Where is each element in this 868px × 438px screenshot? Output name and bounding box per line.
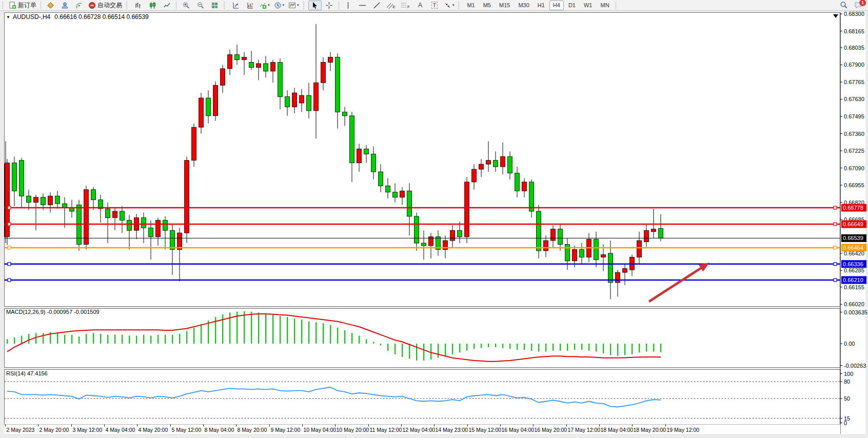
timeframe-button-mn[interactable]: MN xyxy=(597,1,613,10)
text-tool-letter: A xyxy=(418,2,422,9)
search-button[interactable] xyxy=(837,1,851,10)
timeframe-button-h4[interactable]: H4 xyxy=(549,1,564,10)
symbol-period-label: AUDUSD-,H4 xyxy=(13,13,50,21)
timeframe-button-m1[interactable]: M1 xyxy=(463,1,478,10)
clock-icon xyxy=(274,2,282,9)
macd-indicator-label: MACD(12,26,9) -0.000957 -0.001509 xyxy=(6,309,100,315)
rsi-tick-label: 100 xyxy=(844,371,853,377)
dropdown-arrow: ▾ xyxy=(297,3,299,7)
rsi-tick-label: 50 xyxy=(844,395,850,402)
time-tick-label: 9 May 12:00 xyxy=(271,427,301,433)
timeframe-button-m5[interactable]: M5 xyxy=(480,1,495,10)
toolbar-separator xyxy=(176,2,176,9)
new-order-label: 新订单 xyxy=(18,1,36,10)
bar-chart-button[interactable] xyxy=(131,1,145,10)
toolbar-grip[interactable] xyxy=(2,2,5,9)
indicator-list-icon xyxy=(246,2,254,9)
template-button[interactable]: ▾ xyxy=(287,1,301,10)
indicator-list-button[interactable] xyxy=(243,1,257,10)
hline-anchor xyxy=(834,278,837,282)
time-tick-label: 18 May 20:00 xyxy=(634,427,666,433)
add-indicator-icon xyxy=(259,2,267,9)
arrows-icon xyxy=(444,2,451,9)
zoom-out-button[interactable] xyxy=(193,1,207,10)
time-tick-label: 4 May 04:00 xyxy=(106,427,135,433)
notification-badge: 1 xyxy=(859,0,866,7)
new-order-button[interactable]: 新订单 xyxy=(7,1,38,10)
price-tick-label: 0.67630 xyxy=(844,96,864,102)
chart-canvas[interactable]: 0.683000.681650.680350.679000.677650.676… xyxy=(0,10,868,438)
price-box-label: 0.66778 xyxy=(843,205,863,211)
candle-chart-button[interactable] xyxy=(146,1,159,10)
chart-legend: ▼AUDUSD-,H40.66616 0.66728 0.66514 0.665… xyxy=(6,13,149,21)
timeframe-button-d1[interactable]: D1 xyxy=(565,1,579,10)
zoom-in-button[interactable] xyxy=(179,1,192,10)
crosshair-icon xyxy=(325,2,333,9)
price-tick-label: 0.66955 xyxy=(844,182,864,188)
price-tick-label: 0.66155 xyxy=(844,284,864,290)
period-button[interactable]: ▾ xyxy=(272,1,286,10)
rsi-tick-label: 0 xyxy=(844,420,847,426)
vertical-line-icon xyxy=(344,2,352,9)
indicator-window-button[interactable] xyxy=(229,1,242,10)
arrows-tool-button[interactable]: ▾ xyxy=(442,1,456,10)
timeframe-button-h1[interactable]: H1 xyxy=(534,1,548,10)
time-tick-label: 16 May 04:00 xyxy=(502,427,535,433)
signal-button[interactable] xyxy=(72,1,86,10)
price-tick-label: 0.67765 xyxy=(844,79,864,85)
vertical-line-tool-button[interactable] xyxy=(342,1,355,10)
hline-anchor xyxy=(834,223,837,226)
price-tick-label: 0.67225 xyxy=(844,148,864,154)
macd-tick-label: -0.00263 xyxy=(844,363,866,369)
time-tick-label: 8 May 04:00 xyxy=(205,427,234,433)
macd-name: MACD(12,26,9) xyxy=(6,309,45,315)
add-indicator-button[interactable]: ▾ xyxy=(258,1,271,10)
rsi-name: RSI(14) xyxy=(6,370,26,376)
dropdown-arrow: ▾ xyxy=(268,3,270,7)
timeframe-button-w1[interactable]: W1 xyxy=(580,1,596,10)
price-box-label: 0.66649 xyxy=(843,221,863,227)
time-tick-label: 10 May 04:00 xyxy=(304,427,337,433)
hline-anchor xyxy=(834,263,837,266)
timeframe-button-m30[interactable]: M30 xyxy=(515,1,532,10)
main-panel xyxy=(5,13,840,307)
macd-values: -0.000957 -0.001509 xyxy=(47,309,99,315)
price-tick-label: 0.67495 xyxy=(844,113,864,120)
fibonacci-tool-button[interactable]: F xyxy=(399,1,412,10)
horizontal-line-tool-button[interactable] xyxy=(356,1,369,10)
rsi-tick-label: 80 xyxy=(844,379,850,385)
notifications-button[interactable]: 1 xyxy=(852,1,865,10)
timeframe-button-m15[interactable]: M15 xyxy=(496,1,514,10)
time-tick-label: 2 May 20:00 xyxy=(40,427,69,433)
toolbar-separator xyxy=(41,2,41,9)
tile-windows-button[interactable] xyxy=(208,1,221,10)
trendline-tool-button[interactable] xyxy=(370,1,384,10)
time-tick-label: 12 May 04:00 xyxy=(403,427,436,433)
line-chart-button[interactable] xyxy=(160,1,173,10)
channel-tool-button[interactable]: E xyxy=(385,1,398,10)
label-tool-button[interactable]: T xyxy=(428,1,441,10)
time-tick-label: 16 May 20:00 xyxy=(535,427,567,433)
toolbar-grip[interactable] xyxy=(126,2,129,9)
toolbar-right-group: 1 xyxy=(837,0,866,10)
text-tool-button[interactable]: A xyxy=(413,1,427,10)
price-tick-label: 0.67900 xyxy=(844,62,864,68)
time-tick-label: 15 May 12:00 xyxy=(469,427,502,433)
styler-icon xyxy=(47,2,54,9)
cursor-tool-button[interactable] xyxy=(308,1,322,10)
hline-anchor xyxy=(834,206,837,209)
profiles-button[interactable] xyxy=(58,1,71,10)
collapse-arrow-icon[interactable]: ▼ xyxy=(6,15,10,19)
styler-button[interactable] xyxy=(44,1,57,10)
toolbar-grip[interactable] xyxy=(303,2,306,9)
auto-trading-button[interactable]: 自动交易 xyxy=(87,1,124,10)
new-order-icon xyxy=(9,2,16,9)
price-box-label: 0.66336 xyxy=(843,261,863,267)
crosshair-tool-button[interactable] xyxy=(323,1,336,10)
indicator-window-icon xyxy=(232,2,240,9)
toolbar-grip[interactable] xyxy=(224,2,226,9)
hline-anchor xyxy=(8,263,11,266)
toolbar-grip[interactable] xyxy=(458,2,461,9)
hline-anchor xyxy=(8,206,11,209)
toolbar-separator xyxy=(339,2,339,9)
